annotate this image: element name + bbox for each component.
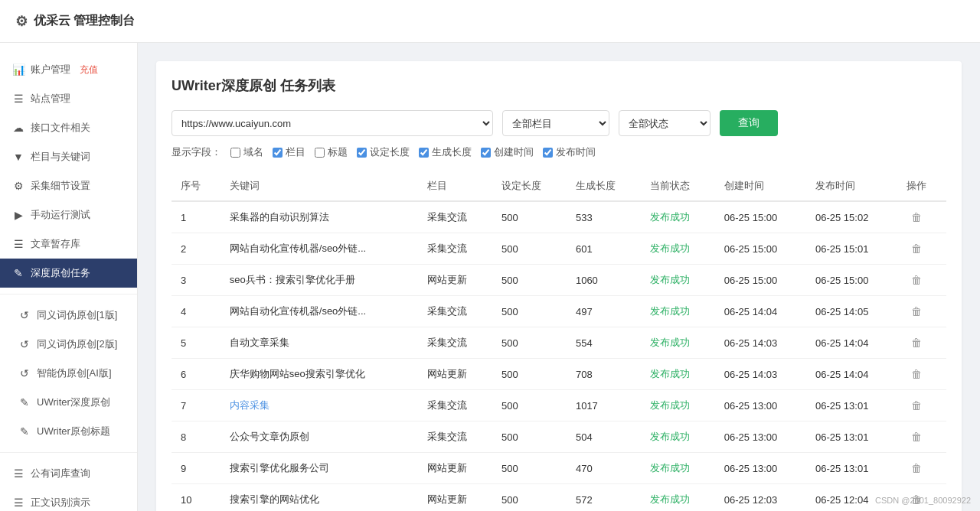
checkbox-set-length[interactable]: 设定长度	[357, 145, 410, 159]
delete-button[interactable]: 🗑	[906, 429, 926, 444]
cell-action[interactable]: 🗑	[897, 359, 946, 390]
cell-action[interactable]: 🗑	[897, 265, 946, 296]
checkbox-column[interactable]: 栏目	[273, 145, 305, 159]
cell-keyword: 搜索引擎优化服务公司	[220, 453, 418, 484]
sidebar-item-public-dict[interactable]: ☰ 公有词库查询	[0, 459, 137, 488]
checkbox-created-time[interactable]: 创建时间	[481, 145, 534, 159]
filter-bar: https://www.ucaiyun.com 全部栏目 全部状态 查询	[172, 110, 946, 136]
cell-published: 06-25 13:01	[806, 421, 897, 453]
cell-status: 发布成功	[641, 265, 715, 296]
sidebar-item-uwriter-title[interactable]: ✎ UWriter原创标题	[0, 417, 137, 446]
cell-keyword: 采集器的自动识别算法	[220, 201, 418, 233]
layout: 📊 账户管理 充值 ☰ 站点管理 ☁ 接口文件相关 ▼ 栏目与关键词 ⚙ 采集细…	[0, 43, 980, 511]
checkbox-gen-length-input[interactable]	[419, 148, 429, 158]
sidebar-item-label: 账户管理	[31, 63, 70, 76]
sidebar-item-label: 站点管理	[31, 92, 70, 106]
delete-button[interactable]: 🗑	[906, 241, 926, 256]
cell-action[interactable]: 🗑	[897, 390, 946, 421]
cell-column: 网站更新	[418, 453, 492, 484]
delete-button[interactable]: 🗑	[906, 304, 926, 319]
table-row: 6 庆华购物网站seo搜索引擎优化 网站更新 500 708 发布成功 06-2…	[172, 359, 946, 390]
sidebar-item-api[interactable]: ☁ 接口文件相关	[0, 113, 137, 142]
cell-keyword: seo兵书：搜索引擎优化手册	[220, 265, 418, 296]
cell-action[interactable]: 🗑	[897, 453, 946, 484]
category-select[interactable]: 全部栏目	[502, 110, 609, 136]
th-column: 栏目	[418, 171, 492, 201]
cell-status: 发布成功	[641, 453, 715, 484]
recharge-badge: 充值	[80, 63, 98, 76]
header-title: 优采云 管理控制台	[34, 13, 135, 29]
sidebar-item-manual-run[interactable]: ▶ 手动运行测试	[0, 200, 137, 229]
play-icon: ▶	[12, 209, 24, 221]
cell-keyword: 搜索引擎的网站优化	[220, 484, 418, 512]
cell-keyword: 网站自动化宣传机器/seo外链...	[220, 296, 418, 327]
sidebar-item-ai-original[interactable]: ↺ 智能伪原创[AI版]	[0, 359, 137, 388]
sidebar-item-label: UWriter原创标题	[37, 425, 110, 438]
sidebar: 📊 账户管理 充值 ☰ 站点管理 ☁ 接口文件相关 ▼ 栏目与关键词 ⚙ 采集细…	[0, 43, 138, 511]
cell-created: 06-25 14:03	[715, 359, 806, 390]
cell-status: 发布成功	[641, 296, 715, 327]
sidebar-item-label: 深度原创任务	[31, 266, 90, 280]
sidebar-item-column[interactable]: ▼ 栏目与关键词	[0, 142, 137, 171]
cell-status: 发布成功	[641, 233, 715, 265]
cell-keyword: 自动文章采集	[220, 327, 418, 359]
url-select[interactable]: https://www.ucaiyun.com	[172, 110, 493, 136]
delete-button[interactable]: 🗑	[906, 272, 926, 288]
checkbox-set-length-input[interactable]	[357, 148, 367, 158]
cell-status: 发布成功	[641, 201, 715, 233]
query-button[interactable]: 查询	[720, 110, 778, 136]
checkbox-domain[interactable]: 域名	[230, 145, 263, 159]
sidebar-item-uwriter-deep[interactable]: ✎ UWriter深度原创	[0, 388, 137, 417]
cell-action[interactable]: 🗑	[897, 327, 946, 359]
checkbox-column-input[interactable]	[273, 148, 283, 158]
edit-icon: ✎	[18, 396, 31, 408]
checkbox-gen-length[interactable]: 生成长度	[419, 145, 472, 159]
cell-seq: 6	[172, 359, 220, 390]
cell-set-len: 500	[492, 201, 567, 233]
delete-button[interactable]: 🗑	[906, 210, 926, 225]
delete-button[interactable]: 🗑	[906, 335, 926, 350]
cell-action[interactable]: 🗑	[897, 296, 946, 327]
cell-set-len: 500	[492, 359, 567, 390]
cloud-icon: ☁	[12, 122, 24, 134]
page-title: UWriter深度原创 任务列表	[172, 76, 946, 95]
display-fields-row: 显示字段： 域名 栏目 标题 设定长度	[172, 145, 946, 159]
checkbox-publish-time-input[interactable]	[543, 148, 553, 158]
status-select[interactable]: 全部状态	[619, 110, 710, 136]
header: ⚙ 优采云 管理控制台	[0, 0, 980, 43]
sidebar-item-article-store[interactable]: ☰ 文章暂存库	[0, 229, 137, 259]
cell-column: 网站更新	[418, 265, 492, 296]
sidebar-item-deep-original[interactable]: ✎ 深度原创任务	[0, 259, 137, 288]
cell-gen-len: 601	[567, 233, 641, 265]
cell-gen-len: 470	[567, 453, 641, 484]
sidebar-item-synonym1[interactable]: ↺ 同义词伪原创[1版]	[0, 301, 137, 330]
checkbox-domain-input[interactable]	[230, 148, 240, 158]
cell-keyword[interactable]: 内容采集	[220, 390, 418, 421]
table-wrapper: 序号 关键词 栏目 设定长度 生成长度 当前状态 创建时间 发布时间 操作	[172, 171, 946, 511]
cell-column: 采集交流	[418, 201, 492, 233]
sidebar-item-label: 采集细节设置	[31, 179, 90, 193]
cell-published: 06-25 13:01	[806, 453, 897, 484]
cell-action[interactable]: 🗑	[897, 421, 946, 453]
refresh-icon: ↺	[18, 367, 31, 379]
checkbox-publish-time[interactable]: 发布时间	[543, 145, 596, 159]
cell-action[interactable]: 🗑	[897, 233, 946, 265]
cell-column: 采集交流	[418, 390, 492, 421]
sidebar-item-recognition[interactable]: ☰ 正文识别演示	[0, 488, 137, 511]
th-keyword: 关键词	[220, 171, 418, 201]
sidebar-item-account[interactable]: 📊 账户管理 充值	[0, 55, 137, 84]
sidebar-item-collect-settings[interactable]: ⚙ 采集细节设置	[0, 171, 137, 200]
cell-action[interactable]: 🗑	[897, 201, 946, 233]
checkbox-created-time-input[interactable]	[481, 148, 491, 158]
checkbox-title[interactable]: 标题	[315, 145, 348, 159]
cell-column: 采集交流	[418, 421, 492, 453]
cell-created: 06-25 13:00	[715, 390, 806, 421]
sidebar-item-site[interactable]: ☰ 站点管理	[0, 84, 137, 113]
checkbox-title-input[interactable]	[315, 148, 325, 158]
sidebar-item-synonym2[interactable]: ↺ 同义词伪原创[2版]	[0, 330, 137, 359]
delete-button[interactable]: 🗑	[906, 461, 926, 476]
sidebar-item-label: 智能伪原创[AI版]	[37, 366, 112, 380]
cell-gen-len: 504	[567, 421, 641, 453]
delete-button[interactable]: 🗑	[906, 398, 926, 413]
delete-button[interactable]: 🗑	[906, 366, 926, 382]
